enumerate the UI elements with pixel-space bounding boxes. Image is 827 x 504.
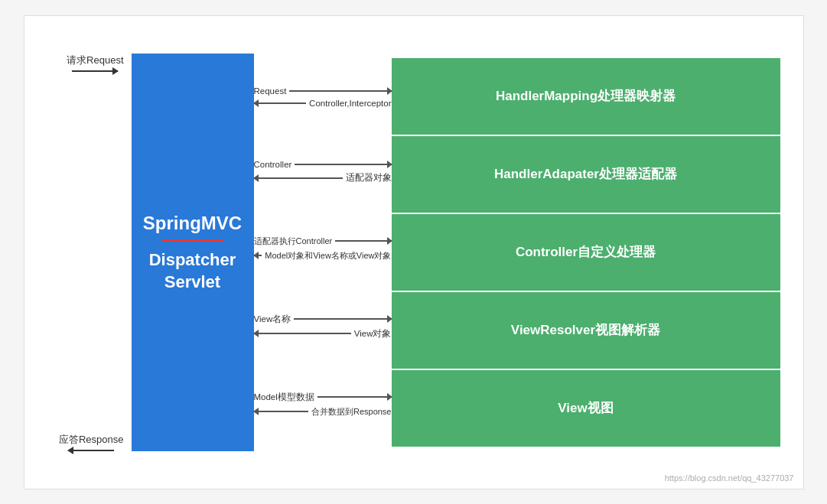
handler-mapping-box: HandlerMapping处理器映射器 <box>392 58 780 135</box>
response-label: 应答Response <box>59 433 124 451</box>
request-label: 请求Request <box>67 54 123 72</box>
arrow-group-3: 适配器执行Controller Model对象和View名称或View对象 <box>254 236 392 262</box>
arrow-group-2: Controller 适配器对象 <box>254 160 392 184</box>
arrow-merge-line <box>254 411 308 412</box>
arrow-viewname-line <box>294 318 391 320</box>
arrow-modeldata-right: Model模型数据 <box>254 392 392 403</box>
arrow-viewobj-label: View对象 <box>354 328 392 340</box>
middle-arrows: Request Controller,Interceptor Controlle… <box>254 54 392 451</box>
handler-adapter-box: HandlerAdapater处理器适配器 <box>392 136 780 213</box>
arrow-adapter-left: 适配器对象 <box>254 172 392 184</box>
arrow-ci-label: Controller,Interceptor <box>309 99 391 108</box>
arrow-controller-label: Controller <box>254 160 292 169</box>
arrow-viewobj-left: View对象 <box>254 328 392 340</box>
dispatcher-line3: Servlet <box>164 272 220 291</box>
controller-box: Controller自定义处理器 <box>392 214 780 291</box>
arrow-modeldata-label: Model模型数据 <box>254 392 314 403</box>
arrow-controller-interceptor-left: Controller,Interceptor <box>254 99 392 108</box>
arrow-viewname-label: View名称 <box>254 314 291 325</box>
arrow-controller-right: Controller <box>254 160 392 169</box>
view-box: View视图 <box>392 370 780 447</box>
arrow-request-label: Request <box>254 86 287 96</box>
arrow-adapter-line <box>254 177 343 179</box>
dispatcher-title-main: SpringMVC <box>143 211 242 235</box>
arrow-viewobj-line <box>254 333 351 334</box>
view-resolver-box: ViewResolver视图解析器 <box>392 292 780 369</box>
arrow-merge-left: 合并数据到Response <box>254 406 392 418</box>
arrow-model-label: Model对象和View名称或View对象 <box>265 250 391 262</box>
arrow-request-right: Request <box>254 86 392 96</box>
request-arrow <box>72 70 118 72</box>
arrow-execute-label: 适配器执行Controller <box>254 236 333 247</box>
arrow-controller-line <box>295 164 391 165</box>
arrow-execute-right: 适配器执行Controller <box>254 236 392 247</box>
arrow-group-4: View名称 View对象 <box>254 314 392 340</box>
arrow-model-line <box>254 255 262 256</box>
arrow-merge-label: 合并数据到Response <box>311 406 392 418</box>
arrow-group-1: Request Controller,Interceptor <box>254 86 392 108</box>
watermark: https://blog.csdn.net/qq_43277037 <box>665 473 794 483</box>
arrow-execute-line <box>335 240 391 242</box>
diagram-container: 请求Request 应答Response SpringMVC Dispatche… <box>24 15 804 489</box>
dispatcher-block: SpringMVC Dispatcher Servlet <box>132 54 254 451</box>
arrow-group-5: Model模型数据 合并数据到Response <box>254 392 392 418</box>
arrow-ci-line <box>254 102 307 104</box>
response-text: 应答Response <box>59 433 124 447</box>
response-arrow <box>68 450 114 451</box>
right-boxes: HandlerMapping处理器映射器 HandlerAdapater处理器适… <box>392 54 780 451</box>
arrow-request-line <box>289 90 391 92</box>
arrow-model-left: Model对象和View名称或View对象 <box>254 250 392 262</box>
arrow-adapter-label: 适配器对象 <box>346 172 392 184</box>
arrow-modeldata-line <box>317 396 392 398</box>
request-text: 请求Request <box>67 54 123 67</box>
dispatcher-line2: Dispatcher <box>149 250 236 269</box>
dispatcher-underline <box>162 239 223 242</box>
left-labels: 请求Request 应答Response <box>47 54 124 451</box>
arrow-viewname-right: View名称 <box>254 314 392 325</box>
dispatcher-title-sub: Dispatcher Servlet <box>149 249 236 293</box>
